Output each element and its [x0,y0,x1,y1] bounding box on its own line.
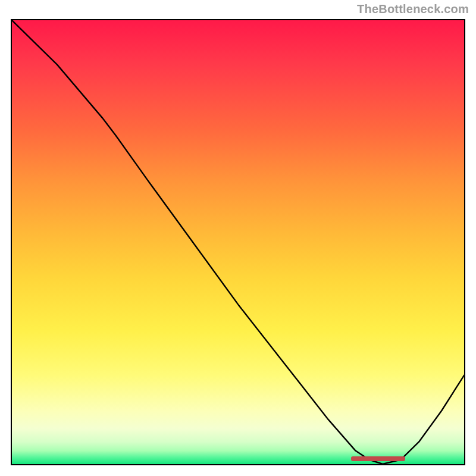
bottleneck-curve [12,20,464,464]
chart-stage: TheBottleneck.com [0,0,476,476]
watermark-text: TheBottleneck.com [357,2,469,16]
plot-area [11,19,465,465]
optimal-zone-marker [351,456,405,461]
